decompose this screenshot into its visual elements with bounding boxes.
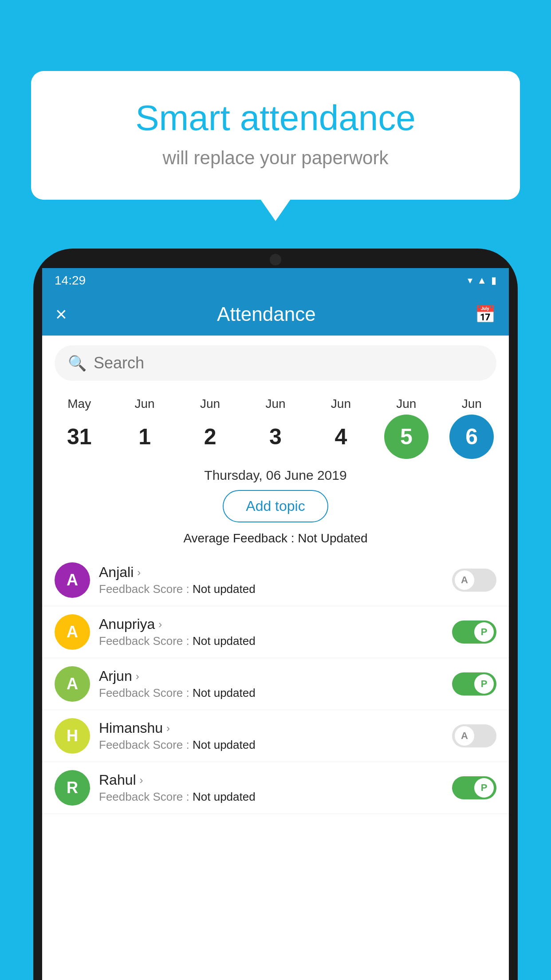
avg-feedback-value: Not Updated xyxy=(298,531,367,545)
phone-notch xyxy=(240,249,311,268)
wifi-icon: ▾ xyxy=(468,275,472,286)
bubble-title: Smart attendance xyxy=(67,98,484,138)
toggle-knob: P xyxy=(474,778,494,798)
date-month: Jun xyxy=(331,397,351,411)
phone-screen: 14:29 ▾ ▲ ▮ × Attendance 📅 🔍 May31Jun1Ju… xyxy=(42,268,509,980)
student-avatar: A xyxy=(55,666,90,702)
chevron-icon: › xyxy=(140,774,143,786)
date-month: Jun xyxy=(265,397,285,411)
date-month: Jun xyxy=(135,397,155,411)
student-avatar: R xyxy=(55,770,90,806)
phone-camera xyxy=(270,254,281,265)
toggle-wrap[interactable]: P xyxy=(452,776,496,799)
date-number[interactable]: 6 xyxy=(449,415,494,459)
student-info: Anupriya ›Feedback Score : Not updated xyxy=(99,616,452,648)
close-button[interactable]: × xyxy=(55,303,67,325)
date-number[interactable]: 3 xyxy=(253,415,298,459)
student-feedback: Feedback Score : Not updated xyxy=(99,582,452,596)
student-row[interactable]: AArjun ›Feedback Score : Not updatedP xyxy=(42,658,509,710)
toggle-wrap[interactable]: A xyxy=(452,724,496,747)
date-col[interactable]: Jun4 xyxy=(314,397,367,459)
date-number[interactable]: 5 xyxy=(384,415,429,459)
date-number[interactable]: 31 xyxy=(57,415,102,459)
search-input[interactable] xyxy=(94,354,483,372)
toggle-knob: P xyxy=(474,674,494,694)
app-header: × Attendance 📅 xyxy=(42,293,509,336)
date-col[interactable]: Jun5 xyxy=(380,397,433,459)
student-feedback: Feedback Score : Not updated xyxy=(99,738,452,752)
search-bar[interactable]: 🔍 xyxy=(55,345,496,381)
student-name: Arjun › xyxy=(99,668,452,684)
date-month: Jun xyxy=(200,397,220,411)
student-feedback: Feedback Score : Not updated xyxy=(99,634,452,648)
add-topic-button[interactable]: Add topic xyxy=(223,490,328,522)
attendance-toggle[interactable]: A xyxy=(452,569,496,592)
student-feedback: Feedback Score : Not updated xyxy=(99,686,452,700)
student-avatar: A xyxy=(55,562,90,598)
student-row[interactable]: RRahul ›Feedback Score : Not updatedP xyxy=(42,762,509,814)
date-number[interactable]: 2 xyxy=(188,415,232,459)
student-row[interactable]: HHimanshu ›Feedback Score : Not updatedA xyxy=(42,710,509,762)
student-info: Himanshu ›Feedback Score : Not updated xyxy=(99,720,452,752)
toggle-knob: P xyxy=(474,622,494,642)
attendance-toggle[interactable]: A xyxy=(452,724,496,747)
student-row[interactable]: AAnupriya ›Feedback Score : Not updatedP xyxy=(42,606,509,658)
date-month: Jun xyxy=(396,397,416,411)
student-feedback: Feedback Score : Not updated xyxy=(99,790,452,804)
phone-frame: 14:29 ▾ ▲ ▮ × Attendance 📅 🔍 May31Jun1Ju… xyxy=(33,249,518,980)
selected-date-label: Thursday, 06 June 2019 xyxy=(42,459,509,490)
attendance-toggle[interactable]: P xyxy=(452,776,496,799)
student-info: Rahul ›Feedback Score : Not updated xyxy=(99,772,452,804)
date-col[interactable]: Jun3 xyxy=(249,397,302,459)
toggle-wrap[interactable]: P xyxy=(452,672,496,695)
student-name: Anjali › xyxy=(99,564,452,581)
chevron-icon: › xyxy=(137,566,141,579)
student-name: Rahul › xyxy=(99,772,452,788)
student-avatar: A xyxy=(55,614,90,650)
student-info: Anjali ›Feedback Score : Not updated xyxy=(99,564,452,596)
calendar-icon[interactable]: 📅 xyxy=(475,304,496,324)
student-list: AAnjali ›Feedback Score : Not updatedAAA… xyxy=(42,554,509,814)
date-col[interactable]: May31 xyxy=(53,397,106,459)
date-month: May xyxy=(67,397,91,411)
chevron-icon: › xyxy=(158,618,162,631)
student-avatar: H xyxy=(55,718,90,754)
date-col[interactable]: Jun1 xyxy=(118,397,171,459)
toggle-wrap[interactable]: P xyxy=(452,620,496,644)
date-col[interactable]: Jun2 xyxy=(184,397,237,459)
toggle-knob: A xyxy=(455,570,474,590)
status-icons: ▾ ▲ ▮ xyxy=(468,275,496,286)
student-name: Anupriya › xyxy=(99,616,452,632)
student-name: Himanshu › xyxy=(99,720,452,736)
date-row: May31Jun1Jun2Jun3Jun4Jun5Jun6 xyxy=(42,391,509,459)
bubble-subtitle: will replace your paperwork xyxy=(67,147,484,169)
date-col[interactable]: Jun6 xyxy=(445,397,498,459)
search-icon: 🔍 xyxy=(68,354,87,372)
battery-icon: ▮ xyxy=(491,275,496,286)
chevron-icon: › xyxy=(136,670,139,683)
chevron-icon: › xyxy=(166,722,170,735)
status-bar: 14:29 ▾ ▲ ▮ xyxy=(42,268,509,293)
toggle-wrap[interactable]: A xyxy=(452,569,496,592)
status-time: 14:29 xyxy=(55,273,86,288)
date-month: Jun xyxy=(462,397,482,411)
date-number[interactable]: 4 xyxy=(319,415,363,459)
signal-icon: ▲ xyxy=(477,275,487,286)
avg-feedback: Average Feedback : Not Updated xyxy=(42,531,509,545)
date-number[interactable]: 1 xyxy=(122,415,167,459)
attendance-toggle[interactable]: P xyxy=(452,672,496,695)
avg-feedback-label: Average Feedback : xyxy=(183,531,294,545)
student-row[interactable]: AAnjali ›Feedback Score : Not updatedA xyxy=(42,554,509,606)
student-info: Arjun ›Feedback Score : Not updated xyxy=(99,668,452,700)
app-title: Attendance xyxy=(80,303,453,325)
attendance-toggle[interactable]: P xyxy=(452,620,496,644)
speech-bubble: Smart attendance will replace your paper… xyxy=(31,71,520,200)
toggle-knob: A xyxy=(455,726,474,746)
